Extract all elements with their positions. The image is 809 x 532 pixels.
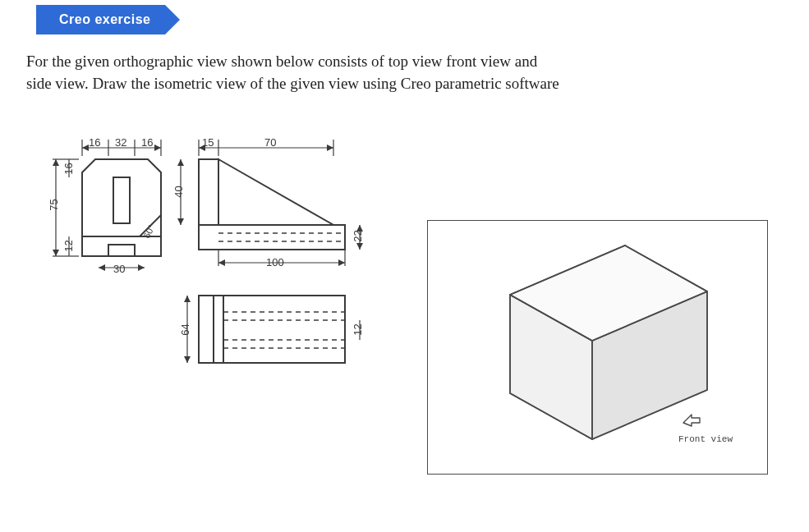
svg-marker-46 — [356, 243, 363, 250]
dim-64: 64 — [179, 323, 191, 335]
svg-marker-48 — [184, 356, 191, 363]
svg-marker-44 — [338, 259, 345, 266]
dim-22: 22 — [352, 230, 364, 241]
dim-16v: 16 — [62, 163, 75, 174]
svg-marker-50 — [138, 264, 145, 271]
svg-marker-43 — [218, 259, 225, 266]
orthographic-views: 16 32 16 15 70 75 16 12 40 60° 30 100 22… — [49, 140, 378, 410]
exercise-prompt: For the given orthographic view shown be… — [26, 51, 793, 94]
dim-12r: 12 — [352, 323, 364, 335]
front-view-arrow-icon — [680, 408, 703, 428]
dim-70: 70 — [264, 136, 276, 149]
dim-12v: 12 — [62, 240, 75, 251]
prompt-line-1: For the given orthographic view shown be… — [26, 53, 537, 70]
prompt-line-2: side view. Draw the isometric view of th… — [26, 75, 559, 92]
svg-marker-39 — [53, 159, 59, 166]
svg-rect-6 — [199, 296, 345, 363]
dim-40: 40 — [172, 186, 185, 197]
dim-100: 100 — [266, 256, 284, 268]
exercise-tag: Creo exercise — [36, 5, 180, 34]
svg-marker-41 — [177, 159, 184, 166]
tag-arrow-icon — [165, 5, 180, 34]
svg-rect-0 — [113, 177, 130, 223]
svg-marker-49 — [99, 264, 105, 271]
svg-marker-36 — [154, 144, 161, 151]
dim-30: 30 — [113, 263, 125, 275]
svg-rect-2 — [199, 159, 218, 225]
dim-16b: 16 — [141, 136, 153, 149]
dim-15: 15 — [202, 136, 214, 149]
dim-75: 75 — [48, 199, 60, 210]
orthographic-svg — [49, 140, 378, 410]
svg-marker-40 — [53, 250, 59, 256]
dim-16a: 16 — [89, 136, 100, 149]
exercise-tag-label: Creo exercise — [36, 5, 165, 34]
isometric-label: Front view — [678, 434, 733, 444]
dim-32: 32 — [115, 136, 126, 149]
svg-rect-3 — [199, 225, 345, 250]
svg-marker-35 — [82, 144, 89, 151]
svg-marker-42 — [177, 218, 184, 225]
svg-marker-38 — [327, 144, 333, 151]
svg-marker-47 — [184, 296, 191, 302]
isometric-panel: Front view — [427, 220, 768, 475]
